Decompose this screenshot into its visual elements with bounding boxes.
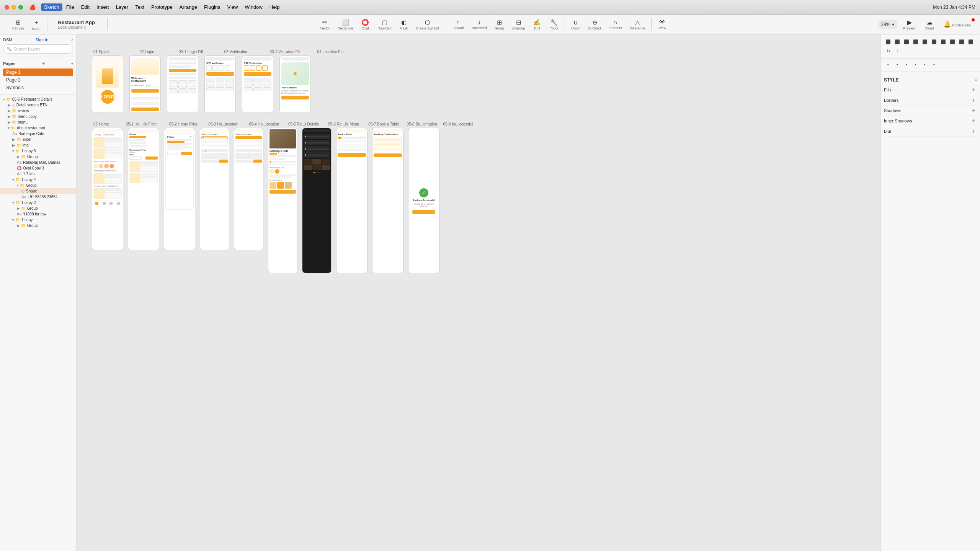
loc-item-2[interactable]: [201, 140, 228, 143]
tool-btn-4[interactable]: ▪: [911, 60, 920, 68]
create-symbol-btn[interactable]: ⬡ Create Symbol: [413, 17, 442, 32]
align-center-btn[interactable]: ⬛: [893, 37, 902, 46]
menu-item-3[interactable]: [304, 146, 330, 152]
num-1[interactable]: [206, 78, 215, 82]
preview-btn[interactable]: ▶ Preview: [900, 17, 919, 32]
artboard-05-3-location[interactable]: Select a location: [200, 128, 229, 273]
restaurant-card-2[interactable]: [93, 148, 122, 159]
menu-item-2[interactable]: [304, 140, 330, 145]
fills-add-btn[interactable]: +: [970, 86, 977, 93]
filter-opt-3[interactable]: [129, 145, 146, 147]
guests-field[interactable]: [338, 148, 366, 151]
num-vf-9[interactable]: [263, 87, 271, 91]
intersect-btn[interactable]: ∩ Intersect: [606, 17, 625, 31]
menu-file[interactable]: File: [63, 3, 77, 11]
layer-review[interactable]: ▶ 📁 review: [0, 108, 76, 114]
num-vf-8[interactable]: [253, 87, 262, 91]
align-middle-btn[interactable]: ⬛: [921, 37, 929, 46]
page-2-item[interactable]: Page 2: [3, 76, 73, 84]
forward-btn[interactable]: ↑ Forward: [448, 17, 467, 31]
key-2[interactable]: [178, 80, 187, 84]
k2-3[interactable]: [253, 149, 262, 152]
cal-day-3[interactable]: [346, 137, 350, 139]
num-6[interactable]: [225, 83, 234, 86]
menu-window[interactable]: Window: [242, 3, 266, 11]
k-5[interactable]: [210, 153, 219, 156]
rotate-btn[interactable]: ↻: [884, 47, 892, 55]
num-4[interactable]: [206, 83, 215, 86]
otp-filled-3[interactable]: [256, 65, 261, 71]
key-1[interactable]: [169, 80, 178, 84]
date-field[interactable]: [338, 140, 366, 143]
back-home-btn[interactable]: [412, 210, 435, 214]
rounded-tool-btn[interactable]: ▢ Rounded: [374, 17, 395, 32]
cal-day-7[interactable]: [362, 137, 366, 139]
cal-day-2[interactable]: [342, 137, 346, 139]
k2-2[interactable]: [244, 149, 253, 152]
artboard-01-splash[interactable]: LOGO: [92, 55, 123, 113]
k2-star[interactable]: [235, 160, 244, 163]
edit-btn[interactable]: ✍ Edit: [529, 17, 545, 32]
num-7[interactable]: [206, 87, 215, 91]
union-btn[interactable]: ∪ Union: [568, 17, 583, 32]
k2-8[interactable]: [244, 156, 253, 159]
key-9[interactable]: [188, 90, 196, 93]
f-item-2[interactable]: [167, 141, 185, 143]
restaurant-card-1[interactable]: [93, 137, 122, 148]
confirm-booking-btn[interactable]: [338, 153, 366, 157]
menu-insert[interactable]: Insert: [93, 3, 112, 11]
artboard-02-1-login-fill[interactable]: [167, 55, 198, 113]
loc-item-2b[interactable]: [235, 140, 262, 143]
filter-rest-card-1[interactable]: [129, 161, 158, 172]
align-right-btn[interactable]: ⬛: [902, 37, 911, 46]
loc-item-sel[interactable]: [235, 136, 262, 139]
mask-tool-btn[interactable]: ◐ Mask: [396, 17, 412, 32]
shadows-add-btn[interactable]: +: [970, 107, 977, 114]
nav-orders[interactable]: [109, 202, 113, 205]
k-star[interactable]: [201, 160, 210, 163]
k-4[interactable]: [201, 153, 210, 156]
zoom-control[interactable]: 28% ▾: [878, 20, 897, 29]
layer-1-copy-2[interactable]: ▾ 📁 1 copy 2: [0, 200, 76, 205]
sign-in-btn[interactable]: Sign In: [35, 37, 48, 42]
k-1[interactable]: 1: [201, 149, 210, 152]
nav-home[interactable]: [95, 202, 98, 205]
layer-group-4[interactable]: ▶ 📁 Group: [0, 223, 76, 228]
layer-1-copy[interactable]: ▾ 📁 1 copy: [0, 217, 76, 223]
backward-btn[interactable]: ↓ Backward: [469, 17, 490, 31]
view-btn[interactable]: 👁 View: [655, 17, 670, 31]
align-bottom-btn[interactable]: ⬛: [930, 37, 938, 46]
f-item-4[interactable]: [167, 145, 187, 147]
artboard-05-4-location[interactable]: Select a location: [234, 128, 263, 273]
k2-4[interactable]: [235, 153, 244, 156]
cal-day-6[interactable]: [358, 137, 362, 139]
filter-rest-card-2[interactable]: [129, 173, 158, 183]
password-field[interactable]: [131, 102, 159, 105]
layer-group-1[interactable]: ▶ 📁 Group: [0, 154, 76, 160]
artboard-05-1-filter[interactable]: Filters Restaurant Type Others Price: [128, 128, 159, 273]
menu-item-1[interactable]: [304, 134, 330, 139]
menu-layer[interactable]: Layer: [113, 3, 132, 11]
menu-help[interactable]: Help: [266, 3, 283, 11]
artboard-05-6-menu[interactable]: [302, 128, 332, 273]
k-9[interactable]: [219, 156, 228, 159]
canvas-area[interactable]: 01 Splash 02 Login 02-1 Login Fill 03 Ve…: [77, 34, 880, 551]
otp-box-4[interactable]: [225, 65, 230, 71]
k2-1[interactable]: [235, 149, 244, 152]
menu-edit[interactable]: Edit: [78, 3, 93, 11]
page-1-item[interactable]: Page 1: [3, 68, 73, 76]
num-vf-6[interactable]: [263, 83, 271, 86]
num-5[interactable]: [216, 83, 225, 86]
symbols-item[interactable]: Symbols: [3, 84, 73, 91]
layer-group-3[interactable]: ▶ 📁 Group: [0, 205, 76, 211]
tool-btn-5[interactable]: ▪: [921, 60, 929, 68]
align-top-btn[interactable]: ⬛: [911, 37, 920, 46]
close-button[interactable]: [5, 5, 9, 10]
tools-btn[interactable]: 🔧 Tools: [546, 17, 562, 32]
restaurant-card-3[interactable]: [93, 173, 122, 184]
loc-item-3b[interactable]: [235, 144, 262, 147]
artboard-03-verification[interactable]: OTP Verification: [204, 55, 236, 113]
style-header[interactable]: STYLE ▾: [884, 75, 977, 85]
tool-btn-1[interactable]: ▪: [884, 60, 892, 68]
otp-filled-2[interactable]: [250, 65, 255, 71]
